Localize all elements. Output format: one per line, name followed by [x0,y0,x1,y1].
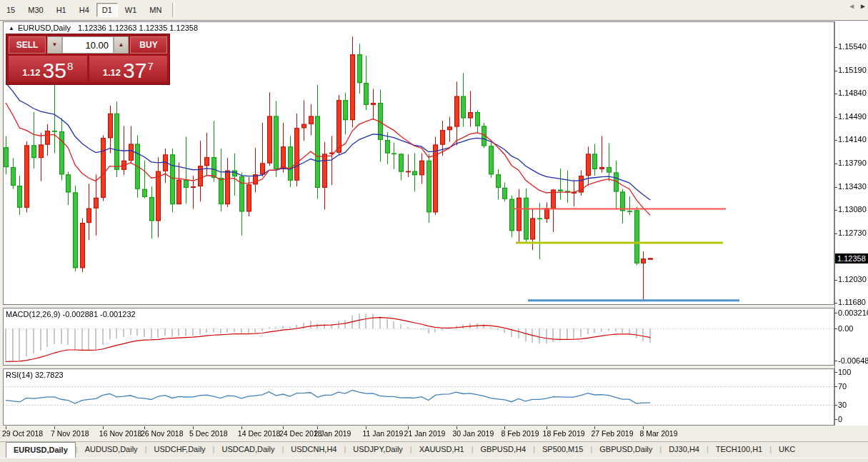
price-axis-label: 1.11680 [838,298,866,306]
sell-price-display[interactable]: 1.12 35 8 [9,56,87,82]
chart-collapse-icon[interactable]: ▲ [9,25,14,31]
tab-scroll-left-icon[interactable]: ◄ [848,2,855,10]
current-price-marker: 1.12358 [835,253,868,263]
date-axis-label: 29 Oct 2018 [2,429,43,438]
buy-price-big: 37 [123,61,146,80]
macd-axis-label: -0.006485 [838,356,868,365]
sell-price-prefix: 1.12 [22,67,40,78]
rsi-axis-label: 30 [838,401,847,409]
tab-gbpusd-h4[interactable]: GBPUSD,H4 [474,442,534,458]
buy-price-sup: 7 [147,61,153,71]
tab-scroll-arrows: ◄ ► [848,2,867,10]
timeframe-button-h4[interactable]: H4 [74,3,95,17]
rsi-axis-label: 100 [838,368,851,376]
status-bar-strip [0,458,868,462]
tab-usdchf-daily[interactable]: USDCHF,Daily [146,442,212,458]
date-axis-label: 16 Nov 2018 [99,429,142,438]
chart-area: ▲EURUSD,Daily1.12336 1.12363 1.12335 1.1… [0,21,868,441]
tab-tech100-h1[interactable]: TECH100,H1 [709,442,769,458]
date-axis-label: 27 Feb 2019 [592,429,634,438]
rsi-indicator-label: RSI(14) 32.7823 [6,371,64,379]
date-axis-label: 7 Nov 2018 [51,429,89,438]
tab-sp500-m15[interactable]: SP500,M15 [535,442,590,458]
volume-increase-button[interactable]: ▲ [114,36,129,54]
price-axis-label: 1.14490 [838,112,867,121]
tab-xauusd-h1[interactable]: XAUUSD,H1 [412,442,472,458]
price-axis-label: 1.15190 [838,66,867,74]
chart-ohlc-values: 1.12336 1.12363 1.12335 1.12358 [78,24,198,32]
tab-dj30-h4[interactable]: DJ30,H4 [662,442,707,458]
date-axis-label: 11 Jan 2019 [362,429,403,438]
tab-gbpusd-daily[interactable]: GBPUSD,Daily [592,442,659,458]
date-axis-label: 14 Dec 2018 [238,429,281,438]
tab-audusd-daily[interactable]: AUDUSD,Daily [78,442,145,458]
rsi-axis-label: 0 [838,415,842,423]
price-axis-label: 1.15540 [838,42,867,51]
timeframe-button-m30[interactable]: M30 [22,3,49,17]
buy-price-display[interactable]: 1.12 37 7 [89,56,168,82]
macd-axis-label: 0.003216 [838,308,868,317]
tab-usdjpy-daily[interactable]: USDJPY,Daily [346,442,410,458]
chart-title: ▲EURUSD,Daily1.12336 1.12363 1.12335 1.1… [9,24,198,32]
timeframe-button-15[interactable]: 15 [1,3,21,17]
date-axis-label: 8 Mar 2019 [639,429,677,438]
tab-scroll-right-icon[interactable]: ► [859,2,867,10]
date-axis-label: 2 Jan 2019 [314,429,351,438]
volume-decrease-button[interactable]: ▼ [47,36,62,54]
trading-platform-window: 15M30H1H4D1W1MN ▲EURUSD,Daily1.12336 1.1… [0,0,868,462]
price-axis-label: 1.13080 [838,205,867,214]
buy-price-prefix: 1.12 [103,67,121,78]
one-click-trading-panel: SELL ▼ ▲ BUY 1.12 35 8 1.12 37 7 [6,34,170,85]
tab-ukc[interactable]: UKC [772,442,802,458]
date-axis-label: 21 Jan 2019 [404,429,446,438]
tab-eurusd-daily[interactable]: EURUSD,Daily [6,442,76,458]
volume-input[interactable] [62,36,114,54]
date-axis-label: 18 Feb 2019 [543,429,585,438]
date-axis-label: 26 Nov 2018 [141,429,184,438]
timeframe-button-d1[interactable]: D1 [96,3,118,17]
chart-symbol-label: EURUSD,Daily [18,24,71,32]
chart-tabs-bar: EURUSD,Daily|AUDUSD,Daily|USDCHF,Daily|U… [0,441,868,458]
price-axis-label: 1.13790 [838,159,867,167]
date-axis-label: 5 Dec 2018 [189,429,228,438]
timeframe-button-w1[interactable]: W1 [119,3,143,17]
price-axis-label: 1.14140 [838,135,867,144]
timeframe-button-h1[interactable]: H1 [51,3,72,17]
sell-button[interactable]: SELL [9,36,46,54]
sell-price-big: 35 [43,61,66,80]
timeframe-toolbar: 15M30H1H4D1W1MN [0,0,868,21]
price-axis-label: 1.13430 [838,182,867,191]
price-axis-label: 1.12030 [838,275,867,283]
tab-usdcnh-h4[interactable]: USDCNH,H4 [284,442,344,458]
macd-indicator-label: MACD(12,26,9) -0.002881 -0.001232 [6,310,136,318]
date-axis-label: 8 Feb 2019 [501,429,539,438]
macd-axis-label: 0.00 [838,324,853,333]
sell-price-sup: 8 [67,61,73,71]
rsi-axis-label: 70 [838,382,847,391]
date-axis-label: 30 Jan 2019 [453,429,494,438]
tab-usdcad-daily[interactable]: USDCAD,Daily [214,442,281,458]
price-axis-label: 1.12730 [838,229,867,237]
toolbar-separator [172,3,175,17]
buy-button[interactable]: BUY [130,36,167,54]
price-axis-label: 1.14840 [838,89,867,97]
timeframe-button-mn[interactable]: MN [144,3,167,17]
